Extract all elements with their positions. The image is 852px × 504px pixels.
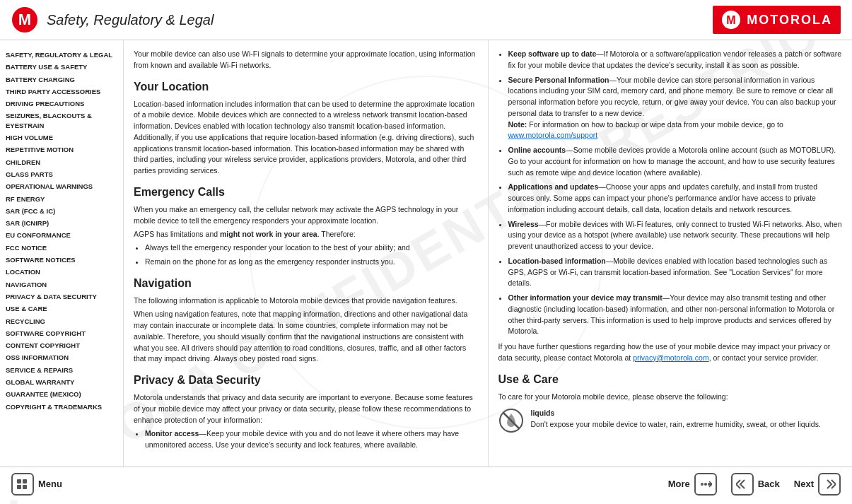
svg-text:M: M [727, 14, 736, 26]
content-area: Your mobile device can also use Wi-Fi si… [124, 40, 852, 467]
more-button[interactable]: More [668, 473, 717, 496]
back-button[interactable]: Back [731, 473, 780, 496]
emergency-calls-text: When you make an emergency call, the cel… [134, 204, 478, 227]
agps-note: AGPS has limitations and might not work … [134, 229, 478, 240]
motorola-logo-left: M [11, 6, 38, 33]
agps-note-text: AGPS has limitations and [134, 230, 220, 238]
sidebar-item-high-volume[interactable]: HIGH VOLUME [6, 131, 117, 143]
sidebar-item-warranty[interactable]: GLOBAL WARRANTY [6, 376, 117, 388]
agps-note-end: . Therefore: [317, 230, 356, 238]
liquids-title: liquids [531, 408, 821, 419]
svg-rect-8 [17, 485, 21, 489]
sidebar-item-operational[interactable]: OPERATIONAL WARNINGS [6, 180, 117, 192]
sidebar-item-location[interactable]: LOCATION [6, 266, 117, 278]
sidebar: SAFETY, REGULATORY & LEGAL BATTERY USE &… [0, 40, 124, 467]
agps-bold: might not work in your area [220, 230, 317, 238]
menu-label: Menu [38, 479, 62, 489]
svg-point-11 [704, 483, 707, 486]
sidebar-item-sar-fcc[interactable]: SAR (FCC & IC) [6, 205, 117, 217]
your-location-body: Location-based information includes info… [134, 99, 478, 177]
navigation-text-1: The following information is applicable … [134, 295, 478, 307]
use-care-section: Use & Care To care for your Motorola mob… [498, 371, 843, 434]
sidebar-item-battery-charging[interactable]: BATTERY CHARGING [6, 74, 117, 86]
sidebar-item-seizures[interactable]: SEIZURES, BLACKOUTS & EYESTRAIN [6, 110, 117, 131]
wireless-bold: Wireless [508, 220, 539, 228]
sidebar-item-privacy[interactable]: PRIVACY & DATA SECURITY [6, 291, 117, 303]
closing-after: , or contact your service provider. [709, 353, 819, 362]
liquids-icon [498, 408, 524, 433]
secure-personal-bold: Secure Personal Information [508, 76, 609, 84]
bullet-apps-updates: Applications and updates—Choose your app… [508, 182, 843, 215]
location-info-bold: Location-based information [508, 257, 606, 265]
sidebar-item-glass[interactable]: GLASS PARTS [6, 168, 117, 180]
emergency-bullet-1: Always tell the emergency responder your… [145, 242, 478, 254]
your-location-heading: Your Location [134, 78, 478, 95]
next-label: Next [794, 479, 814, 489]
svg-point-10 [701, 483, 704, 486]
online-accounts-bold: Online accounts [508, 146, 566, 154]
sidebar-item-third-party[interactable]: THIRD PARTY ACCESSORIES [6, 86, 117, 98]
liquids-box: liquids Don't expose your mobile device … [498, 408, 843, 433]
sidebar-item-software-copyright[interactable]: SOFTWARE COPYRIGHT [6, 327, 117, 339]
software-update-bold: Keep software up to date [508, 49, 597, 58]
motorola-support-link[interactable]: www.motorola.com/support [508, 131, 598, 139]
privacy-email-link[interactable]: privacy@motorola.com [633, 353, 709, 362]
sidebar-item-software-notices[interactable]: SOFTWARE NOTICES [6, 254, 117, 266]
header-brand: M MOTOROLA [713, 6, 841, 34]
menu-icon-svg [16, 478, 29, 491]
wireless-rest: —For mobile devices with Wi-Fi features,… [508, 220, 842, 251]
use-care-intro: To care for your Motorola mobile device,… [498, 392, 843, 403]
sidebar-item-copyright[interactable]: COPYRIGHT & TRADEMARKS [6, 401, 117, 413]
bullet-wireless: Wireless—For mobile devices with Wi-Fi f… [508, 219, 843, 252]
right-column: Keep software up to date—If Motorola or … [489, 40, 853, 467]
note-label: Note: [508, 120, 530, 129]
navigation-body: The following information is applicable … [134, 295, 478, 365]
sidebar-item-navigation[interactable]: NAVIGATION [6, 279, 117, 291]
security-bullets: Keep software up to date—If Motorola or … [508, 49, 843, 337]
monitor-bold: Monitor access [145, 429, 199, 438]
sidebar-item-rf[interactable]: RF ENERGY [6, 193, 117, 205]
navigation-text-2: When using navigation features, note tha… [134, 309, 478, 365]
sidebar-item-fcc[interactable]: FCC NOTICE [6, 242, 117, 254]
page-title: Safety, Regulatory & Legal [47, 12, 214, 28]
liquids-text: liquids Don't expose your mobile device … [531, 408, 821, 430]
navigation-heading: Navigation [134, 275, 478, 292]
next-button[interactable]: Next [794, 473, 841, 496]
other-info-bold: Other information your device may transm… [508, 293, 663, 302]
sidebar-item-sar-icnirp[interactable]: SAR (ICNIRP) [6, 217, 117, 229]
your-location-text: Location-based information includes info… [134, 99, 478, 177]
privacy-bullets: Monitor access—Keep your mobile device w… [145, 428, 478, 451]
sidebar-item-content-copyright[interactable]: CONTENT COPYRIGHT [6, 339, 117, 351]
wifi-intro: Your mobile device can also use Wi-Fi si… [134, 49, 478, 71]
privacy-heading: Privacy & Data Security [134, 372, 478, 389]
next-icon [818, 473, 841, 496]
sidebar-item-eu[interactable]: EU CONFORMANCE [6, 229, 117, 241]
sidebar-item-repetitive[interactable]: REPETITIVE MOTION [6, 143, 117, 156]
emergency-calls-heading: Emergency Calls [134, 184, 478, 201]
note-text-body: For information on how to backup or wipe… [529, 120, 783, 129]
sidebar-item-safety[interactable]: SAFETY, REGULATORY & LEGAL [6, 49, 117, 61]
back-label: Back [758, 479, 780, 489]
sidebar-item-children[interactable]: CHILDREN [6, 156, 117, 168]
menu-icon [11, 473, 34, 496]
header: M Safety, Regulatory & Legal M MOTOROLA [0, 0, 852, 40]
center-column: Your mobile device can also use Wi-Fi si… [124, 40, 489, 467]
sidebar-item-driving[interactable]: DRIVING PRECAUTIONS [6, 98, 117, 110]
closing-text: If you have further questions regarding … [498, 341, 843, 364]
sidebar-item-battery-use[interactable]: BATTERY USE & SAFETY [6, 61, 117, 73]
sidebar-item-use-care[interactable]: USE & CARE [6, 303, 117, 315]
sidebar-item-guarantee[interactable]: GUARANTEE (MEXICO) [6, 388, 117, 400]
sidebar-item-recycling[interactable]: RECYCLING [6, 315, 117, 327]
emergency-calls-body: When you make an emergency call, the cel… [134, 204, 478, 268]
more-icon [694, 473, 717, 496]
main-layout: SAFETY, REGULATORY & LEGAL BATTERY USE &… [0, 40, 852, 467]
sidebar-item-oss[interactable]: OSS INFORMATION [6, 351, 117, 363]
bullet-online-accounts: Online accounts—Some mobile devices prov… [508, 145, 843, 178]
bullet-secure-personal: Secure Personal Information—Your mobile … [508, 75, 843, 142]
menu-button[interactable]: Menu [11, 473, 62, 496]
sidebar-item-service[interactable]: SERVICE & REPAIRS [6, 364, 117, 376]
more-icon-svg [699, 478, 712, 491]
svg-rect-6 [17, 479, 21, 484]
bullet-location-info: Location-based information—Mobile device… [508, 256, 843, 289]
more-label: More [668, 479, 690, 489]
